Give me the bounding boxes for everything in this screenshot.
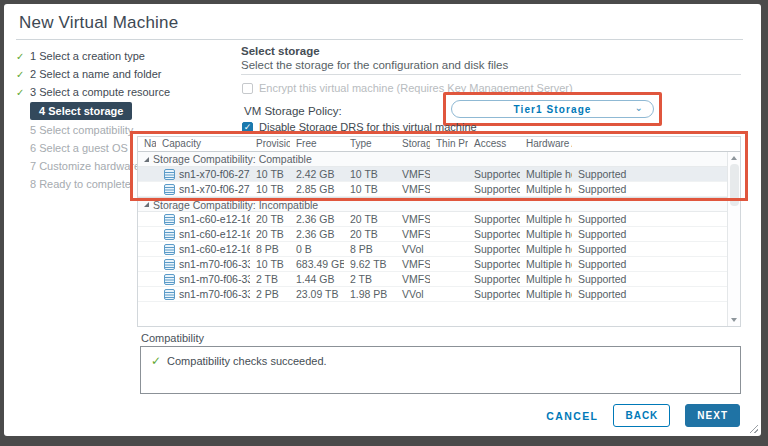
compatibility-message-row: ✓ Compatibility checks succeeded. [141, 347, 740, 375]
cell-prov: 2.85 GB [290, 182, 344, 197]
cell-cap: 20 TB [250, 212, 290, 227]
cell-acc: Multiple hosts [520, 257, 572, 272]
step-label: 2 Select a name and folder [30, 68, 161, 80]
next-button[interactable]: NEXT [685, 404, 740, 427]
datastore-icon [164, 229, 175, 240]
cell-hw: Supported [572, 167, 727, 182]
content-divider [241, 74, 741, 75]
vm-storage-policy-select[interactable]: Tier1 Storage ⌄ [451, 100, 654, 118]
datastore-name-cell: sn1-m70-f06-33-ns-dc02 [156, 272, 250, 287]
group-row[interactable]: Storage Compatibility: Incompatible [138, 197, 727, 212]
table-row[interactable]: sn1-c60-e12-16-ns-ds0220 TB2.36 GB20 TBV… [138, 227, 727, 242]
datastore-name: sn1-m70-f06-33-vvol [179, 287, 250, 302]
cell-type: VMFS 6 [396, 257, 430, 272]
disable-drs-checkbox[interactable]: ✓ [242, 122, 253, 133]
datastore-icon [164, 169, 175, 180]
back-button[interactable]: BACK [613, 404, 670, 427]
cell-free: 10 TB [344, 167, 396, 182]
table-row[interactable]: sn1-c60-e12-16-ns-ds0120 TB2.36 GB20 TBV… [138, 212, 727, 227]
cell-acc: Multiple hosts [520, 182, 572, 197]
chevron-down-icon: ⌄ [635, 102, 643, 113]
encrypt-checkbox [242, 83, 253, 94]
datastore-name: sn1-x70-f06-27-ns-dc01 [179, 167, 250, 182]
step-done-check-icon: ✓ [16, 87, 30, 98]
wizard-step-2[interactable]: ✓2 Select a name and folder [16, 65, 234, 83]
table-row[interactable]: sn1-x70-f06-27-ns-dc0210 TB2.85 GB10 TBV… [138, 182, 727, 197]
vm-storage-policy-label: VM Storage Policy: [244, 105, 342, 117]
cell-prov: 1.44 GB [290, 272, 344, 287]
cell-thin: Supported [468, 167, 520, 182]
column-header[interactable]: Capacity [156, 137, 250, 151]
cell-thin: Supported [468, 272, 520, 287]
wizard-step-3[interactable]: ✓3 Select a compute resource [16, 83, 234, 101]
column-header[interactable]: Hardware Accel... [520, 137, 572, 151]
disable-drs-row[interactable]: ✓ Disable Storage DRS for this virtual m… [242, 121, 477, 133]
disable-drs-label: Disable Storage DRS for this virtual mac… [259, 121, 477, 133]
cell-free: 8 PB [344, 242, 396, 257]
footer-actions: CANCEL BACK NEXT [546, 404, 740, 427]
cell-cap: 2 TB [250, 272, 290, 287]
cell-acc: Multiple hosts [520, 242, 572, 257]
datastore-icon [164, 184, 175, 195]
column-header[interactable]: Access [468, 137, 520, 151]
datastore-icon [164, 289, 175, 300]
datastore-name-cell: sn1-m70-f06-33-ns-dc01 [156, 257, 250, 272]
column-header[interactable]: Free [290, 137, 344, 151]
cell-thin: Supported [468, 242, 520, 257]
page-title: Select storage [241, 45, 320, 57]
title-divider [16, 39, 743, 40]
scroll-up-icon[interactable] [731, 156, 737, 160]
compatibility-message: Compatibility checks succeeded. [167, 355, 327, 367]
column-header[interactable]: Name [138, 137, 156, 151]
column-header[interactable]: Provisioned [250, 137, 290, 151]
cancel-button[interactable]: CANCEL [546, 410, 598, 422]
resize-handle[interactable] [749, 424, 758, 433]
group-row[interactable]: Storage Compatibility: Compatible [138, 152, 727, 167]
cell-cap: 2 PB [250, 287, 290, 302]
datastore-name: sn1-c60-e12-16-vvol [179, 242, 250, 257]
cell-acc: Multiple hosts [520, 272, 572, 287]
cell-hw: Supported [572, 257, 727, 272]
column-header[interactable]: Storage DRS [396, 137, 430, 151]
table-row[interactable]: sn1-m70-f06-33-ns-dc022 TB1.44 GB2 TBVMF… [138, 272, 727, 287]
cell-prov: 23.09 TB [290, 287, 344, 302]
table-row[interactable]: sn1-m70-f06-33-vvol2 PB23.09 TB1.98 PBVV… [138, 287, 727, 302]
step-done-check-icon: ✓ [16, 69, 30, 80]
compatibility-panel: ✓ Compatibility checks succeeded. [140, 346, 741, 394]
vertical-scrollbar[interactable] [727, 152, 740, 326]
cell-free: 20 TB [344, 227, 396, 242]
cell-type: VMFS 6 [396, 167, 430, 182]
scrollbar-thumb[interactable] [730, 164, 739, 206]
wizard-step-4[interactable]: 4 Select storage [16, 101, 234, 121]
table-row[interactable]: sn1-c60-e12-16-vvol8 PB0 B8 PBVVolSuppor… [138, 242, 727, 257]
cell-hw: Supported [572, 272, 727, 287]
step-label: 4 Select storage [30, 102, 132, 120]
scroll-down-icon[interactable] [731, 318, 737, 322]
success-check-icon: ✓ [151, 354, 161, 368]
cell-thin: Supported [468, 212, 520, 227]
cell-thin: Supported [468, 287, 520, 302]
cell-type: VVol [396, 287, 430, 302]
table-row[interactable]: sn1-x70-f06-27-ns-dc0110 TB2.42 GB10 TBV… [138, 167, 727, 182]
step-label: 5 Select compatibility [30, 124, 133, 136]
cell-type: VMFS 6 [396, 227, 430, 242]
column-header[interactable]: Thin Provisioning [430, 137, 468, 151]
table-row[interactable]: sn1-m70-f06-33-ns-dc0110 TB683.49 GB9.62… [138, 257, 727, 272]
cell-cap: 10 TB [250, 182, 290, 197]
cell-type: VMFS 6 [396, 212, 430, 227]
step-label: 3 Select a compute resource [30, 86, 170, 98]
table-header-row: NameCapacityProvisionedFreeTypeStorage D… [138, 137, 727, 151]
datastore-name-cell: sn1-c60-e12-16-ns-ds01 [156, 212, 250, 227]
datastore-name: sn1-m70-f06-33-ns-dc02 [179, 272, 250, 287]
cell-free: 1.98 PB [344, 287, 396, 302]
wizard-step-1[interactable]: ✓1 Select a creation type [16, 47, 234, 65]
cell-free: 10 TB [344, 182, 396, 197]
datastore-name: sn1-c60-e12-16-ns-ds01 [179, 212, 250, 227]
cell-acc: Multiple hosts [520, 212, 572, 227]
column-header[interactable]: Type [344, 137, 396, 151]
datastore-name-cell: sn1-c60-e12-16-vvol [156, 242, 250, 257]
cell-prov: 0 B [290, 242, 344, 257]
cell-hw: Supported [572, 227, 727, 242]
cell-cap: 8 PB [250, 242, 290, 257]
datastore-name: sn1-x70-f06-27-ns-dc02 [179, 182, 250, 197]
